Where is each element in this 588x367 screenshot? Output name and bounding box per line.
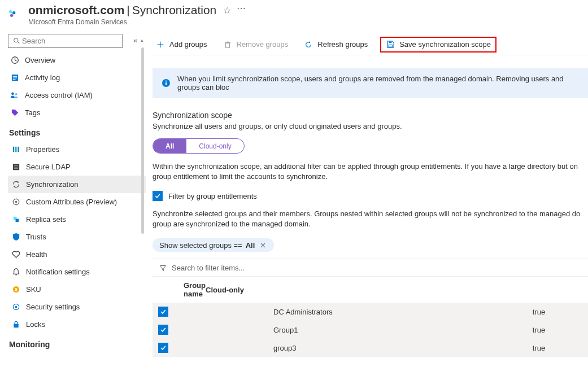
- svg-rect-16: [18, 147, 19, 152]
- scope-toggle-all[interactable]: All: [153, 139, 186, 153]
- activity-log-icon: [10, 73, 19, 82]
- selected-groups-desc: Synchronize selected groups and their me…: [153, 209, 588, 229]
- favorite-star-icon[interactable]: ☆: [223, 5, 231, 16]
- sidebar-item-custom-attributes[interactable]: Custom Attributes (Preview): [8, 193, 146, 211]
- filter-by-group-label: Filter by group entitlements: [168, 192, 257, 200]
- add-groups-button[interactable]: Add groups: [153, 38, 211, 51]
- sidebar-item-activity-log[interactable]: Activity log: [8, 69, 146, 86]
- svg-point-1: [12, 11, 15, 14]
- gear-icon: [11, 303, 20, 312]
- sidebar-item-security-settings[interactable]: Security settings: [8, 298, 146, 316]
- tags-icon: [10, 108, 19, 117]
- svg-rect-19: [14, 167, 18, 168]
- sidebar-item-iam[interactable]: Access control (IAM): [8, 86, 146, 104]
- sidebar-item-synchronization[interactable]: Synchronization: [8, 176, 146, 193]
- sidebar-label: Access control (IAM): [25, 91, 93, 99]
- health-icon: [11, 250, 20, 259]
- sidebar-item-tags[interactable]: Tags: [8, 104, 146, 121]
- scope-toggle-cloud-only[interactable]: Cloud-only: [186, 139, 243, 153]
- svg-point-13: [15, 93, 18, 95]
- table-row[interactable]: DC Administratorstrue: [153, 303, 588, 321]
- svg-rect-35: [389, 41, 391, 43]
- sidebar-item-sku[interactable]: $ SKU: [8, 281, 146, 298]
- sidebar-search-input[interactable]: [21, 36, 119, 46]
- col-header-cloud-only[interactable]: Cloud-only: [206, 277, 273, 303]
- overview-icon: [10, 56, 19, 65]
- sidebar-item-trusts[interactable]: Trusts: [8, 228, 146, 246]
- sidebar-label: Custom Attributes (Preview): [26, 198, 117, 206]
- scope-toggle[interactable]: All Cloud-only: [153, 138, 245, 154]
- cell-group-name: group3: [273, 339, 533, 357]
- info-icon: [162, 78, 171, 88]
- table-row[interactable]: group3true: [153, 339, 588, 357]
- checkmark-icon: [160, 308, 167, 315]
- sidebar-label: Replica sets: [26, 215, 66, 224]
- refresh-icon: [304, 40, 313, 49]
- sidebar-item-health[interactable]: Health: [8, 246, 146, 263]
- chip-text-prefix: Show selected groups ==: [159, 241, 242, 250]
- search-icon: [12, 37, 21, 46]
- bell-icon: [11, 268, 20, 277]
- sidebar-label: Secure LDAP: [26, 163, 71, 171]
- save-icon: [386, 40, 395, 49]
- refresh-groups-button[interactable]: Refresh groups: [300, 38, 371, 51]
- svg-rect-28: [14, 324, 18, 328]
- svg-line-4: [18, 42, 19, 43]
- sidebar-label: Synchronization: [26, 180, 79, 189]
- sidebar-search[interactable]: [8, 34, 123, 48]
- sidebar-label: Trusts: [26, 233, 46, 241]
- sidebar-item-notification-settings[interactable]: Notification settings: [8, 263, 146, 281]
- row-checkbox[interactable]: [158, 343, 168, 353]
- toolbar: Add groups Remove groups Refresh groups …: [149, 34, 588, 55]
- checkmark-icon: [160, 326, 167, 333]
- collapse-sidebar-icon[interactable]: «: [133, 36, 137, 45]
- sidebar-item-secure-ldap[interactable]: Secure LDAP: [8, 158, 146, 176]
- table-row[interactable]: Group1true: [153, 321, 588, 339]
- page-title-domain: onmicrosoft.com: [28, 3, 124, 17]
- properties-icon: [11, 145, 20, 154]
- chip-clear-icon[interactable]: [258, 241, 267, 250]
- sidebar-heading-monitoring: Monitoring: [8, 333, 146, 352]
- scope-title: Synchronization scope: [153, 111, 588, 120]
- sidebar-item-replica-sets[interactable]: Replica sets: [8, 211, 146, 228]
- sidebar-label: SKU: [26, 285, 41, 294]
- filter-chip-selected-groups[interactable]: Show selected groups == All: [153, 238, 274, 252]
- entra-logo-icon: [8, 9, 17, 18]
- filter-by-group-checkbox[interactable]: [153, 191, 163, 201]
- svg-point-27: [15, 306, 17, 308]
- svg-rect-14: [12, 147, 14, 152]
- groups-table: Group name Cloud-only DC Administratorst…: [153, 277, 588, 357]
- col-header-group-name[interactable]: Group name: [153, 277, 206, 303]
- sku-icon: $: [11, 285, 20, 294]
- row-checkbox[interactable]: [158, 307, 168, 317]
- more-actions-icon[interactable]: ⋯: [237, 3, 246, 14]
- row-checkbox[interactable]: [158, 325, 168, 335]
- scrollbar-up-arrow[interactable]: ▴: [141, 37, 143, 43]
- save-sync-scope-button[interactable]: Save synchronization scope: [380, 37, 496, 53]
- replica-sets-icon: [11, 215, 20, 224]
- svg-point-23: [15, 274, 16, 276]
- sidebar-label: Health: [26, 250, 47, 259]
- sidebar-item-locks[interactable]: Locks: [8, 316, 146, 333]
- svg-rect-18: [14, 165, 18, 166]
- checkmark-icon: [160, 344, 167, 351]
- svg-rect-34: [389, 45, 393, 47]
- sidebar-label: Notification settings: [26, 268, 90, 276]
- table-filter-input[interactable]: Search to filter items...: [153, 259, 588, 277]
- toolbar-label: Save synchronization scope: [399, 40, 491, 49]
- cell-cloud-only: true: [533, 339, 588, 357]
- svg-point-3: [14, 38, 18, 42]
- scope-desc: Synchronize all users and groups, or onl…: [153, 122, 588, 130]
- svg-point-12: [11, 93, 14, 95]
- plus-icon: [156, 40, 165, 49]
- page-title-sep: |: [127, 3, 129, 17]
- iam-icon: [10, 91, 19, 100]
- sidebar-item-properties[interactable]: Properties: [8, 141, 146, 158]
- sidebar-item-overview[interactable]: Overview: [8, 51, 146, 69]
- trusts-icon: [11, 233, 20, 242]
- trash-icon: [223, 40, 232, 49]
- sidebar-scrollbar[interactable]: [141, 47, 144, 234]
- sidebar-heading-settings: Settings: [8, 121, 146, 141]
- sidebar-label: Properties: [26, 145, 59, 154]
- svg-point-22: [15, 201, 16, 203]
